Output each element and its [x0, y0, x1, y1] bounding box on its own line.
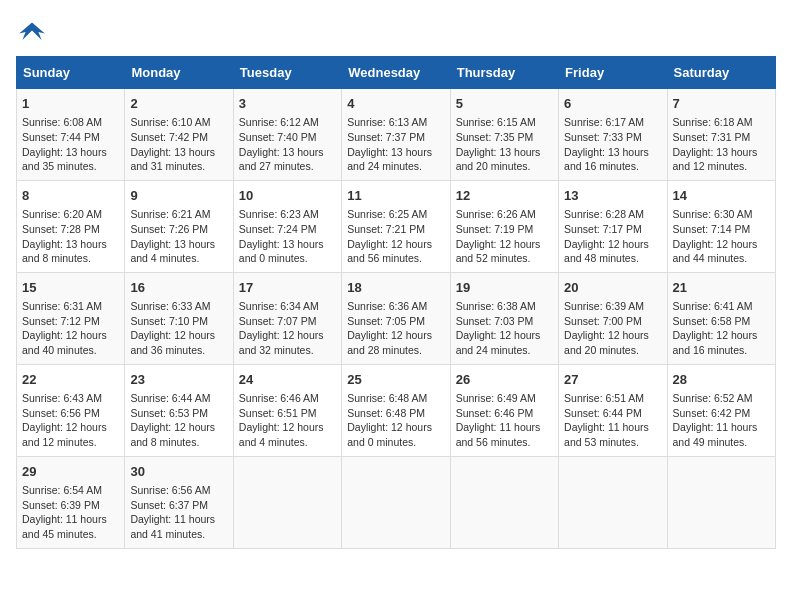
- daylight: Daylight: 12 hours and 8 minutes.: [130, 421, 215, 448]
- sunset: Sunset: 7:07 PM: [239, 315, 317, 327]
- sunset: Sunset: 7:17 PM: [564, 223, 642, 235]
- day-number: 1: [22, 95, 119, 113]
- sunset: Sunset: 6:39 PM: [22, 499, 100, 511]
- calendar-cell: 9Sunrise: 6:21 AMSunset: 7:26 PMDaylight…: [125, 180, 233, 272]
- calendar-cell: 2Sunrise: 6:10 AMSunset: 7:42 PMDaylight…: [125, 89, 233, 181]
- calendar-cell: 23Sunrise: 6:44 AMSunset: 6:53 PMDayligh…: [125, 364, 233, 456]
- sunset: Sunset: 6:48 PM: [347, 407, 425, 419]
- daylight: Daylight: 12 hours and 24 minutes.: [456, 329, 541, 356]
- day-number: 9: [130, 187, 227, 205]
- sunrise: Sunrise: 6:46 AM: [239, 392, 319, 404]
- day-number: 13: [564, 187, 661, 205]
- calendar-cell: 6Sunrise: 6:17 AMSunset: 7:33 PMDaylight…: [559, 89, 667, 181]
- sunset: Sunset: 7:37 PM: [347, 131, 425, 143]
- day-number: 18: [347, 279, 444, 297]
- calendar-cell: 30Sunrise: 6:56 AMSunset: 6:37 PMDayligh…: [125, 456, 233, 548]
- sunset: Sunset: 7:21 PM: [347, 223, 425, 235]
- page-header: [16, 16, 776, 48]
- sunset: Sunset: 7:12 PM: [22, 315, 100, 327]
- day-number: 19: [456, 279, 553, 297]
- daylight: Daylight: 13 hours and 20 minutes.: [456, 146, 541, 173]
- day-number: 20: [564, 279, 661, 297]
- calendar-cell: 21Sunrise: 6:41 AMSunset: 6:58 PMDayligh…: [667, 272, 775, 364]
- column-header-friday: Friday: [559, 57, 667, 89]
- calendar-cell: 29Sunrise: 6:54 AMSunset: 6:39 PMDayligh…: [17, 456, 125, 548]
- daylight: Daylight: 12 hours and 4 minutes.: [239, 421, 324, 448]
- sunrise: Sunrise: 6:51 AM: [564, 392, 644, 404]
- calendar-cell: [559, 456, 667, 548]
- calendar-cell: 25Sunrise: 6:48 AMSunset: 6:48 PMDayligh…: [342, 364, 450, 456]
- day-number: 15: [22, 279, 119, 297]
- sunrise: Sunrise: 6:56 AM: [130, 484, 210, 496]
- sunset: Sunset: 7:19 PM: [456, 223, 534, 235]
- sunrise: Sunrise: 6:44 AM: [130, 392, 210, 404]
- calendar-cell: 22Sunrise: 6:43 AMSunset: 6:56 PMDayligh…: [17, 364, 125, 456]
- sunset: Sunset: 7:28 PM: [22, 223, 100, 235]
- sunset: Sunset: 7:44 PM: [22, 131, 100, 143]
- daylight: Daylight: 13 hours and 16 minutes.: [564, 146, 649, 173]
- calendar-cell: 17Sunrise: 6:34 AMSunset: 7:07 PMDayligh…: [233, 272, 341, 364]
- sunset: Sunset: 7:42 PM: [130, 131, 208, 143]
- calendar-cell: 7Sunrise: 6:18 AMSunset: 7:31 PMDaylight…: [667, 89, 775, 181]
- column-header-thursday: Thursday: [450, 57, 558, 89]
- sunrise: Sunrise: 6:21 AM: [130, 208, 210, 220]
- sunset: Sunset: 7:26 PM: [130, 223, 208, 235]
- day-number: 4: [347, 95, 444, 113]
- sunset: Sunset: 7:35 PM: [456, 131, 534, 143]
- week-row-5: 29Sunrise: 6:54 AMSunset: 6:39 PMDayligh…: [17, 456, 776, 548]
- day-number: 26: [456, 371, 553, 389]
- day-number: 21: [673, 279, 770, 297]
- sunset: Sunset: 6:42 PM: [673, 407, 751, 419]
- sunrise: Sunrise: 6:12 AM: [239, 116, 319, 128]
- day-number: 25: [347, 371, 444, 389]
- calendar-cell: 16Sunrise: 6:33 AMSunset: 7:10 PMDayligh…: [125, 272, 233, 364]
- sunrise: Sunrise: 6:49 AM: [456, 392, 536, 404]
- calendar-cell: 28Sunrise: 6:52 AMSunset: 6:42 PMDayligh…: [667, 364, 775, 456]
- daylight: Daylight: 11 hours and 49 minutes.: [673, 421, 758, 448]
- column-header-monday: Monday: [125, 57, 233, 89]
- day-number: 10: [239, 187, 336, 205]
- day-number: 14: [673, 187, 770, 205]
- calendar-cell: [450, 456, 558, 548]
- day-number: 12: [456, 187, 553, 205]
- daylight: Daylight: 13 hours and 35 minutes.: [22, 146, 107, 173]
- day-number: 6: [564, 95, 661, 113]
- daylight: Daylight: 12 hours and 12 minutes.: [22, 421, 107, 448]
- sunset: Sunset: 7:05 PM: [347, 315, 425, 327]
- day-number: 7: [673, 95, 770, 113]
- calendar-cell: [233, 456, 341, 548]
- sunrise: Sunrise: 6:52 AM: [673, 392, 753, 404]
- calendar-cell: 8Sunrise: 6:20 AMSunset: 7:28 PMDaylight…: [17, 180, 125, 272]
- daylight: Daylight: 12 hours and 52 minutes.: [456, 238, 541, 265]
- day-number: 23: [130, 371, 227, 389]
- sunset: Sunset: 6:51 PM: [239, 407, 317, 419]
- week-row-4: 22Sunrise: 6:43 AMSunset: 6:56 PMDayligh…: [17, 364, 776, 456]
- sunrise: Sunrise: 6:28 AM: [564, 208, 644, 220]
- sunset: Sunset: 7:03 PM: [456, 315, 534, 327]
- calendar-cell: [342, 456, 450, 548]
- sunrise: Sunrise: 6:31 AM: [22, 300, 102, 312]
- calendar-cell: 24Sunrise: 6:46 AMSunset: 6:51 PMDayligh…: [233, 364, 341, 456]
- sunset: Sunset: 7:24 PM: [239, 223, 317, 235]
- day-number: 2: [130, 95, 227, 113]
- sunset: Sunset: 7:00 PM: [564, 315, 642, 327]
- daylight: Daylight: 11 hours and 41 minutes.: [130, 513, 215, 540]
- sunrise: Sunrise: 6:33 AM: [130, 300, 210, 312]
- sunset: Sunset: 6:37 PM: [130, 499, 208, 511]
- sunrise: Sunrise: 6:18 AM: [673, 116, 753, 128]
- daylight: Daylight: 12 hours and 40 minutes.: [22, 329, 107, 356]
- sunset: Sunset: 6:58 PM: [673, 315, 751, 327]
- sunrise: Sunrise: 6:30 AM: [673, 208, 753, 220]
- sunset: Sunset: 6:56 PM: [22, 407, 100, 419]
- calendar-cell: 18Sunrise: 6:36 AMSunset: 7:05 PMDayligh…: [342, 272, 450, 364]
- calendar-cell: 3Sunrise: 6:12 AMSunset: 7:40 PMDaylight…: [233, 89, 341, 181]
- sunrise: Sunrise: 6:25 AM: [347, 208, 427, 220]
- day-number: 22: [22, 371, 119, 389]
- sunrise: Sunrise: 6:39 AM: [564, 300, 644, 312]
- header-row: SundayMondayTuesdayWednesdayThursdayFrid…: [17, 57, 776, 89]
- sunrise: Sunrise: 6:41 AM: [673, 300, 753, 312]
- column-header-sunday: Sunday: [17, 57, 125, 89]
- column-header-saturday: Saturday: [667, 57, 775, 89]
- daylight: Daylight: 12 hours and 32 minutes.: [239, 329, 324, 356]
- calendar-cell: 5Sunrise: 6:15 AMSunset: 7:35 PMDaylight…: [450, 89, 558, 181]
